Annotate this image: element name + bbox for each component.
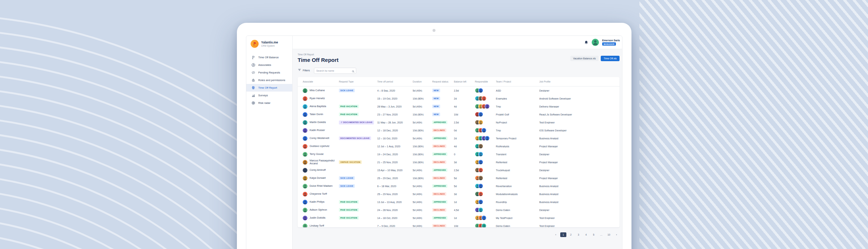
associate-cell: Talan Donin xyxy=(303,112,339,117)
pagination-page-2[interactable]: 2 xyxy=(568,232,574,237)
table-row[interactable]: Corey Westervelt DOCUMENTED SICK LEAVE 1… xyxy=(298,134,620,142)
time-off-period-cell: 13 Jul – 13 Aug, 2020 xyxy=(377,201,413,203)
col-period: Time off period xyxy=(377,80,413,83)
sidebar-item-surveys[interactable]: Surveys xyxy=(246,92,292,99)
responsible-avatar xyxy=(478,144,483,149)
table-row[interactable]: Kadin Philips PAID VACATION 13 Jul – 13 … xyxy=(298,198,620,206)
team-project-cell: Reverberation xyxy=(496,185,539,187)
col-duration: Duration xyxy=(413,80,432,83)
request-status-cell: DECLINED xyxy=(432,176,454,180)
associate-avatar xyxy=(303,208,307,212)
badge-sick-leave: SICK LEAVE xyxy=(339,184,355,188)
time-off-period-cell: 7 – 9 Dec, 2020 xyxy=(377,225,413,227)
job-profile-cell: Business Analyst xyxy=(539,201,614,203)
pagination-page-3[interactable]: 3 xyxy=(575,232,582,237)
sidebar-item-pending-requests[interactable]: Pending Requests xyxy=(246,69,292,76)
balance-left-cell: 5d xyxy=(454,185,475,187)
bell-icon[interactable] xyxy=(584,40,588,45)
time-off-period-cell: 15 Apr – 10 May, 2020 xyxy=(377,169,413,172)
table-row[interactable]: Dulce Rhiel Madsen SICK LEAVE 6 – 18 Mar… xyxy=(298,182,620,190)
main-content: Time Off Report Time Off Report Vacation… xyxy=(293,49,622,249)
code-brackets-icon xyxy=(251,71,255,75)
pagination-next[interactable]: › xyxy=(613,232,620,237)
balance-left-cell: 3d xyxy=(454,161,475,164)
badge-approved: APPROVED xyxy=(432,121,447,124)
table-row[interactable]: Gustavo Lipshutz 12 Jul – 1 Aug, 2020 10… xyxy=(298,142,620,150)
responsible-avatar xyxy=(478,160,483,165)
associate-avatar xyxy=(303,216,307,220)
sidebar-item-time-off-balance[interactable]: Time Off Balance xyxy=(246,54,292,61)
filters-label: Filters xyxy=(303,69,310,72)
request-type-cell: PAID VACATION xyxy=(339,216,377,220)
table-row[interactable]: Mira Culhane SICK LEAVE 4 – 8 Sep, 2020 … xyxy=(298,86,620,94)
responsible-cell xyxy=(475,176,496,181)
table-row[interactable]: Justin Dokidis PAID VACATION 14 – 18 Oct… xyxy=(298,214,620,222)
responsible-cell xyxy=(475,144,496,149)
user-avatar[interactable] xyxy=(592,39,599,46)
table-row[interactable]: Lindsay Torff 7 – 9 Dec, 2020 5d (40h) D… xyxy=(298,222,620,227)
balance-left-cell: 10d xyxy=(454,113,475,116)
request-status-cell: DECLINED xyxy=(432,144,454,148)
breadcrumb: Time Off Report xyxy=(298,53,620,56)
badge-sick-leave: SICK LEAVE xyxy=(339,176,355,180)
duration-cell: 5d (40h) xyxy=(413,137,432,140)
table-row[interactable]: Adison Siphron PAID VACATION 24 – 28 Nov… xyxy=(298,206,620,214)
table-row[interactable]: Alena Baptista PAID VACATION 28 May – 3 … xyxy=(298,102,620,110)
sidebar-item-label: Surveys xyxy=(258,94,268,97)
badge-paid-vacation: PAID VACATION xyxy=(339,113,359,116)
filters-button[interactable]: Filters xyxy=(298,68,310,72)
table-row[interactable]: Ryan Herwitz 15 – 19 Oct, 2020 10d (80h)… xyxy=(298,94,620,102)
time-off-period-cell: 21 – 25 Nov, 2020 xyxy=(377,161,413,164)
brand[interactable]: Yalantis.me CRM System xyxy=(246,36,292,51)
responsible-cell xyxy=(475,112,496,117)
pagination-ellipsis[interactable]: … xyxy=(598,232,604,237)
responsible-cell xyxy=(475,207,496,212)
balance-left-cell: 10d xyxy=(454,225,475,227)
badge-approved: APPROVED xyxy=(432,200,447,204)
badge-new: NEW xyxy=(432,105,440,108)
badge-approved: APPROVED xyxy=(432,216,447,220)
table-row[interactable]: Talan Donin PAID VACATION 23 – 27 Nov, 2… xyxy=(298,110,620,118)
associate-name: Adison Siphron xyxy=(310,208,327,211)
table-row[interactable]: Marcus Passaquindici Arcand UNPAID VACAT… xyxy=(298,158,620,166)
table-row[interactable]: Terry Gouse 19 – 24 Dec, 2020 10d (80h) … xyxy=(298,150,620,158)
responsible-avatar xyxy=(478,168,483,173)
user-meta[interactable]: Emerson Saris MANAGER xyxy=(602,39,620,46)
app-screen: Yalantis.me CRM System Time Off Balance … xyxy=(246,35,622,249)
vacation-flag-icon xyxy=(251,55,255,59)
app-window: Yalantis.me CRM System Time Off Balance … xyxy=(237,23,631,249)
responsible-cell xyxy=(475,88,496,93)
table-row[interactable]: Corey Aminoff 15 Apr – 10 May, 2020 5d (… xyxy=(298,166,620,174)
table-row[interactable]: Kadin Rosser 12 – 18 Dec, 2020 10d (80h)… xyxy=(298,126,620,134)
table-row[interactable]: Kaiya Dorwart SICK LEAVE 25 – 29 Dec, 20… xyxy=(298,174,620,182)
pagination-page-5[interactable]: 5 xyxy=(591,232,597,237)
duration-cell: 10d (80h) xyxy=(413,129,432,132)
balance-left-cell: 1d xyxy=(454,201,475,203)
badge-approved: APPROVED xyxy=(432,184,447,188)
sidebar-item-roles-and-permissions[interactable]: Roles and permissions xyxy=(246,76,292,84)
sidebar-item-associates[interactable]: Associates xyxy=(246,61,292,69)
sidebar-item-risk-radar[interactable]: Risk radar xyxy=(246,99,292,107)
responsible-cell xyxy=(475,120,496,125)
bar-chart-icon xyxy=(251,93,255,97)
table-row[interactable]: Martin Dokidis DOCUMENTED SICK LEAVE 11 … xyxy=(298,118,620,126)
associate-avatar xyxy=(303,112,307,117)
team-project-cell: ASD xyxy=(496,89,539,92)
pagination-page-4[interactable]: 4 xyxy=(583,232,589,237)
responsible-cell xyxy=(475,104,496,109)
pagination-page-1[interactable]: 1 xyxy=(560,232,566,237)
duration-cell: 5d (40h) xyxy=(413,121,432,124)
time-off-xls-button[interactable]: Time Off.xls xyxy=(601,56,620,61)
request-status-cell: DECLINED xyxy=(432,192,454,196)
time-off-period-cell: 6 – 18 Mar, 2020 xyxy=(377,185,413,187)
table-row[interactable]: Cheyenne Torff 25 – 29 Nov, 2020 5d (40h… xyxy=(298,190,620,198)
pagination-page-10[interactable]: 10 xyxy=(606,232,612,237)
sidebar-item-time-off-report[interactable]: Time Off Report xyxy=(246,84,292,92)
request-type-cell: PAID VACATION xyxy=(339,200,377,204)
vacation-balance-xls-button[interactable]: Vacation Balance.xls xyxy=(570,56,599,61)
associate-name: Martin Dokidis xyxy=(310,121,326,124)
badge-declined: DECLINED xyxy=(432,128,446,132)
pagination-prev[interactable]: ‹ xyxy=(553,232,559,237)
search-input[interactable] xyxy=(314,68,356,74)
responsible-avatar xyxy=(481,96,486,101)
